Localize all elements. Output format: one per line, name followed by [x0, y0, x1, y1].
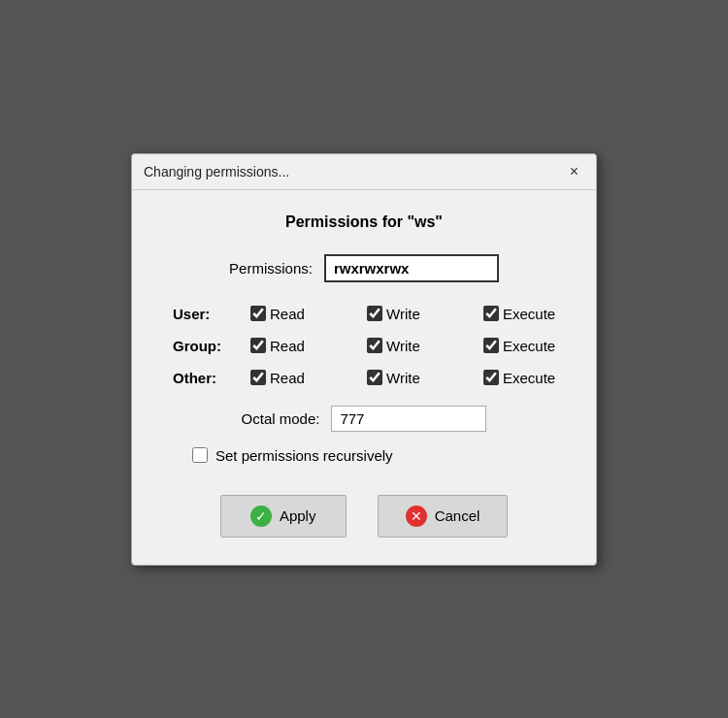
cancel-label: Cancel: [435, 507, 480, 524]
title-bar: Changing permissions... ×: [132, 154, 596, 190]
dialog-body: Permissions for "ws" Permissions: User: …: [132, 190, 596, 565]
other-execute-label: Execute: [503, 370, 555, 386]
group-row: Group: Read Write Execute: [173, 338, 565, 354]
permissions-input[interactable]: [324, 254, 499, 282]
group-execute-label: Execute: [503, 338, 555, 354]
recursive-row: Set permissions recursively: [163, 447, 565, 464]
user-execute-item[interactable]: Execute: [483, 306, 580, 322]
user-write-checkbox[interactable]: [367, 306, 382, 321]
user-read-item[interactable]: Read: [250, 306, 347, 322]
group-read-item[interactable]: Read: [250, 338, 347, 354]
apply-label: Apply: [280, 507, 316, 524]
other-write-label: Write: [386, 370, 420, 386]
group-checkbox-group: Read Write Execute: [250, 338, 580, 354]
user-write-item[interactable]: Write: [367, 306, 464, 322]
user-execute-label: Execute: [503, 306, 555, 322]
user-checkbox-group: Read Write Execute: [250, 306, 580, 322]
cancel-button[interactable]: ✕ Cancel: [378, 495, 509, 538]
title-bar-text: Changing permissions...: [144, 164, 289, 180]
apply-icon: ✓: [250, 506, 272, 527]
group-execute-checkbox[interactable]: [483, 338, 499, 353]
group-label: Group:: [173, 338, 250, 354]
group-execute-item[interactable]: Execute: [483, 338, 580, 354]
checkboxes-section: User: Read Write Execute: [163, 306, 565, 386]
recursive-label: Set permissions recursively: [215, 447, 393, 464]
other-write-checkbox[interactable]: [367, 370, 382, 385]
other-read-label: Read: [270, 370, 305, 386]
button-row: ✓ Apply ✕ Cancel: [163, 487, 565, 545]
apply-button[interactable]: ✓ Apply: [220, 495, 347, 538]
user-row: User: Read Write Execute: [173, 306, 565, 322]
user-read-label: Read: [270, 306, 305, 322]
octal-input[interactable]: [331, 406, 486, 432]
other-checkbox-group: Read Write Execute: [250, 370, 580, 386]
group-read-checkbox[interactable]: [250, 338, 266, 353]
group-write-item[interactable]: Write: [367, 338, 464, 354]
user-write-label: Write: [386, 306, 420, 322]
user-execute-checkbox[interactable]: [483, 306, 499, 321]
permissions-label: Permissions:: [229, 260, 313, 277]
user-read-checkbox[interactable]: [250, 306, 266, 321]
other-row: Other: Read Write Execute: [173, 370, 565, 386]
group-write-checkbox[interactable]: [367, 338, 382, 353]
other-label: Other:: [173, 370, 250, 386]
dialog-heading: Permissions for "ws": [163, 213, 565, 231]
other-write-item[interactable]: Write: [367, 370, 464, 386]
permissions-row: Permissions:: [163, 254, 565, 282]
group-read-label: Read: [270, 338, 305, 354]
cancel-icon: ✕: [406, 506, 427, 527]
permissions-dialog: Changing permissions... × Permissions fo…: [131, 153, 597, 566]
recursive-checkbox[interactable]: [192, 447, 208, 463]
other-read-checkbox[interactable]: [250, 370, 266, 385]
user-label: User:: [173, 306, 250, 322]
octal-label: Octal mode:: [242, 410, 320, 427]
other-execute-item[interactable]: Execute: [483, 370, 580, 386]
close-button[interactable]: ×: [564, 162, 584, 181]
other-execute-checkbox[interactable]: [483, 370, 499, 385]
group-write-label: Write: [386, 338, 420, 354]
other-read-item[interactable]: Read: [250, 370, 347, 386]
octal-row: Octal mode:: [163, 406, 565, 432]
